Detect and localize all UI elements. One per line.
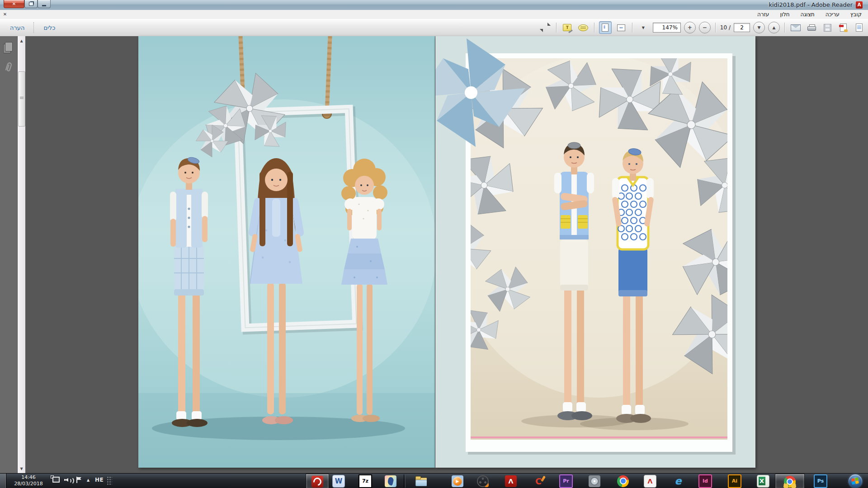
menu-window[interactable]: חלון bbox=[779, 11, 790, 18]
taskbar-app-indesign[interactable]: Id bbox=[694, 474, 717, 488]
fullscreen-icon bbox=[541, 24, 549, 31]
taskbar-app-chrome-profile[interactable] bbox=[775, 474, 805, 488]
taskbar-app-adobe-reader[interactable] bbox=[306, 474, 329, 488]
internet-explorer-icon: e bbox=[672, 475, 684, 487]
video-converter-icon bbox=[589, 475, 600, 487]
attachments-button[interactable] bbox=[3, 61, 14, 73]
taskbar: 14:46 28/03/2018 ▲ HE W 7z ▶ Λ C Pr Λ e … bbox=[0, 473, 868, 488]
arrow-down-icon: ▼ bbox=[758, 25, 761, 30]
taskbar-app-acrobat-reader[interactable]: Λ bbox=[639, 474, 661, 488]
zoom-out-button[interactable]: − bbox=[699, 22, 711, 33]
film-reel-icon bbox=[477, 475, 489, 487]
close-button[interactable]: ✕ bbox=[4, 0, 24, 8]
page-thumbnails-icon bbox=[5, 42, 13, 52]
taskbar-app-video-converter[interactable] bbox=[583, 474, 606, 488]
minimize-button[interactable] bbox=[38, 0, 51, 8]
restore-icon bbox=[29, 2, 33, 6]
taskbar-app-illustrator[interactable]: Ai bbox=[723, 474, 746, 488]
zoom-level-value[interactable]: 147% bbox=[653, 23, 681, 33]
premiere-icon: Pr bbox=[559, 474, 573, 488]
menu-edit[interactable]: עריכה bbox=[825, 11, 840, 18]
chevron-down-icon: ▼ bbox=[642, 26, 645, 30]
page-total-label: 10 / bbox=[720, 24, 731, 31]
page-scrolling-button[interactable]: ↕ bbox=[599, 21, 612, 34]
sticky-note-button[interactable]: T bbox=[561, 21, 574, 34]
start-button[interactable] bbox=[847, 474, 863, 488]
document-lines-icon bbox=[856, 23, 863, 32]
document-red-flag-icon bbox=[840, 23, 847, 32]
taskbar-app-photoshop[interactable]: Ps bbox=[809, 474, 832, 488]
divider bbox=[33, 22, 34, 33]
acrobat-reader-icon: Λ bbox=[644, 475, 656, 488]
divider bbox=[784, 23, 785, 33]
zoom-in-button[interactable]: + bbox=[684, 22, 696, 33]
word-icon: W bbox=[332, 475, 345, 488]
thumb-grip bbox=[19, 96, 25, 99]
divider bbox=[594, 23, 594, 33]
scroll-down-button[interactable]: ▼ bbox=[18, 465, 25, 472]
close-icon: ✕ bbox=[12, 1, 16, 6]
taskbar-app-7zip[interactable]: 7z bbox=[354, 474, 377, 488]
taskbar-app-word[interactable]: W bbox=[327, 474, 350, 488]
highlight-comment-button[interactable] bbox=[577, 21, 590, 34]
photo-app-icon bbox=[385, 475, 396, 487]
hidden-icons-button[interactable]: ▲ bbox=[87, 478, 90, 482]
taskbar-app-premiere[interactable]: Pr bbox=[555, 474, 577, 488]
fit-width-button[interactable]: ↔ bbox=[615, 21, 627, 34]
previous-page-button[interactable]: ▲ bbox=[768, 22, 780, 33]
save-button[interactable] bbox=[821, 21, 834, 34]
menu-bar: ✕ קובץ עריכה תצוגה חלון עזרה bbox=[0, 10, 868, 19]
taskbar-clock[interactable]: 14:46 28/03/2018 bbox=[8, 474, 49, 487]
vertical-scrollbar[interactable]: ▲ ▼ bbox=[18, 36, 26, 473]
show-desktop-button[interactable] bbox=[0, 474, 6, 488]
window-controls: ✕ bbox=[4, 0, 51, 8]
restore-button[interactable] bbox=[24, 0, 38, 8]
floppy-disk-icon bbox=[824, 24, 831, 32]
paperclip-icon bbox=[4, 61, 14, 73]
menubar-close-icon[interactable]: ✕ bbox=[2, 11, 8, 17]
catalog-photo-right bbox=[435, 36, 755, 468]
sticky-note-icon: T bbox=[563, 24, 571, 31]
taskbar-app-explorer[interactable] bbox=[410, 474, 432, 488]
comment-panel-button[interactable]: הערה bbox=[6, 23, 28, 33]
zoom-options-button[interactable]: ▼ bbox=[637, 21, 650, 34]
adobe-reader-icon bbox=[311, 476, 323, 488]
menu-help[interactable]: עזרה bbox=[756, 11, 770, 18]
catalog-photo-left bbox=[138, 36, 435, 468]
page-scroll-icon: ↕ bbox=[602, 23, 609, 32]
envelope-icon bbox=[791, 24, 801, 31]
taskbar-app-media-player[interactable]: ▶ bbox=[446, 474, 469, 488]
taskbar-app-movie-maker[interactable] bbox=[472, 474, 494, 488]
windows-start-icon bbox=[849, 474, 862, 488]
menu-file[interactable]: קובץ bbox=[849, 11, 863, 18]
email-button[interactable] bbox=[789, 21, 802, 34]
tools-panel-button[interactable]: כלים bbox=[40, 23, 59, 33]
fullscreen-button[interactable] bbox=[539, 21, 552, 34]
scroll-up-button[interactable]: ▲ bbox=[18, 37, 25, 44]
navigation-pane bbox=[0, 36, 18, 473]
print-button[interactable] bbox=[805, 21, 818, 34]
scrollbar-thumb[interactable] bbox=[18, 71, 25, 127]
language-indicator[interactable]: HE bbox=[95, 477, 104, 483]
clock-time: 14:46 bbox=[8, 474, 49, 481]
indesign-icon: Id bbox=[698, 474, 712, 488]
minimize-icon bbox=[42, 5, 46, 6]
taskbar-app-internet-explorer[interactable]: e bbox=[667, 474, 689, 488]
chevron-up-icon: ▲ bbox=[87, 478, 90, 482]
taskbar-app-chrome[interactable] bbox=[612, 474, 634, 488]
taskbar-app-adobe[interactable]: Λ bbox=[500, 474, 522, 488]
menu-view[interactable]: תצוגה bbox=[800, 11, 816, 18]
fill-sign-button[interactable] bbox=[853, 21, 865, 34]
taskbar-app-photo-viewer[interactable] bbox=[379, 474, 402, 488]
chrome-cats-icon bbox=[784, 476, 796, 488]
comment-bubble-icon bbox=[578, 24, 588, 31]
scroll-down-icon: ▼ bbox=[20, 467, 23, 471]
taskbar-app-ccleaner[interactable]: C bbox=[527, 474, 550, 488]
page-thumbnails-button[interactable] bbox=[3, 41, 14, 52]
taskbar-app-excel[interactable]: X bbox=[752, 474, 774, 488]
folder-icon bbox=[415, 475, 427, 487]
next-page-button[interactable]: ▼ bbox=[753, 22, 765, 33]
export-pdf-button[interactable] bbox=[837, 21, 849, 34]
pdf-canvas[interactable] bbox=[25, 36, 868, 473]
page-number-input[interactable] bbox=[734, 23, 750, 32]
